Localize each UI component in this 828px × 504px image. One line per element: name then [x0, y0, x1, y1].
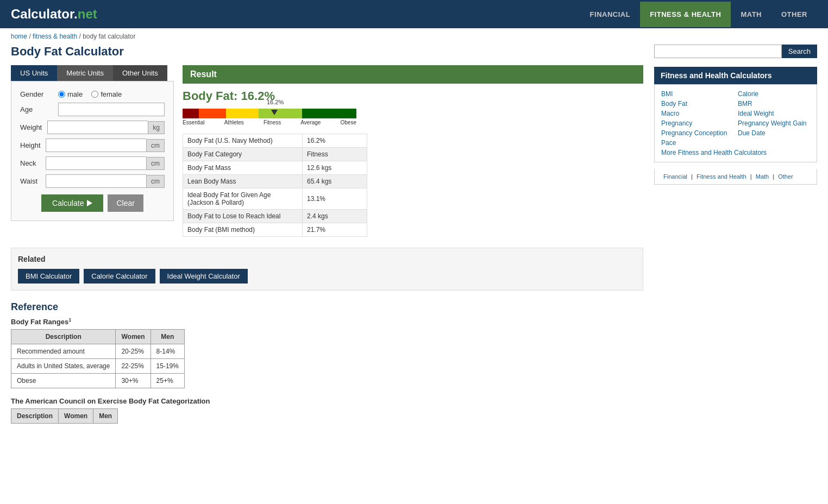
sidebar-link-due-date[interactable]: Due Date: [738, 129, 810, 137]
neck-input[interactable]: 38: [46, 156, 146, 170]
result-header: Result: [183, 65, 643, 84]
search-box: Search: [654, 45, 817, 58]
neck-input-group: 38 cm: [46, 156, 165, 170]
sidebar-footer-other[interactable]: Other: [778, 173, 793, 180]
weight-label: Weight: [20, 123, 47, 131]
gender-female-option[interactable]: female: [91, 90, 122, 98]
related-calorie[interactable]: Calorie Calculator: [84, 269, 155, 284]
result-row-value: 65.4 kgs: [303, 175, 367, 188]
sidebar-link-pace[interactable]: Pace: [661, 139, 733, 147]
tab-us-units[interactable]: US Units: [11, 65, 57, 81]
result-row-label: Body Fat Mass: [183, 161, 303, 175]
result-row-value: 16.2%: [303, 134, 367, 148]
result-table-row: Body Fat to Lose to Reach Ideal2.4 kgs: [183, 210, 367, 223]
breadcrumb-current: body fat calculator: [83, 33, 135, 40]
weight-input-group: 78 kg: [47, 121, 165, 134]
result-row-value: 13.1%: [303, 188, 367, 210]
result-row-value: 2.4 kgs: [303, 210, 367, 223]
sidebar-link-preg-conception[interactable]: Pregnancy Conception: [661, 129, 733, 137]
calculate-button[interactable]: Calculate: [41, 194, 103, 212]
age-row: Age 32: [20, 103, 165, 116]
sidebar-section-title: Fitness and Health Calculators: [654, 67, 817, 84]
calc-actions: Calculate Clear: [20, 194, 165, 212]
ref-row-women: 22-25%: [116, 359, 150, 374]
result-table-row: Body Fat Mass12.6 kgs: [183, 161, 367, 175]
ref-subtitle2: The American Council on Exercise Body Fa…: [11, 397, 643, 405]
calc-box: Gender male female: [11, 81, 174, 221]
result-row-value: 12.6 kgs: [303, 161, 367, 175]
logo-text[interactable]: Calculator: [11, 7, 74, 21]
clear-button[interactable]: Clear: [108, 194, 143, 212]
sidebar-link-bmr[interactable]: BMR: [738, 100, 810, 108]
sidebar-footer-financial[interactable]: Financial: [663, 173, 687, 180]
related-bmi[interactable]: BMI Calculator: [18, 269, 79, 284]
search-input[interactable]: [654, 45, 782, 58]
sidebar-link-macro[interactable]: Macro: [661, 110, 733, 117]
result-table-row: Body Fat (BMI method)21.7%: [183, 223, 367, 237]
weight-input[interactable]: 78: [47, 121, 148, 134]
gender-male-radio[interactable]: [58, 91, 65, 98]
nav-math[interactable]: MATH: [731, 2, 771, 27]
result-row-value: 21.7%: [303, 223, 367, 237]
gender-female-radio[interactable]: [91, 91, 98, 98]
sidebar-links: BMI Calorie Body Fat BMR Macro Ideal Wei…: [654, 84, 817, 162]
search-button[interactable]: Search: [782, 45, 817, 58]
gender-row: Gender male female: [20, 90, 165, 98]
result-row-label: Lean Body Mass: [183, 175, 303, 188]
top-section: US Units Metric Units Other Units Gender…: [11, 65, 643, 237]
gauge-labels: Essential Athletes Fitness Average Obese: [183, 119, 356, 125]
sidebar-footer-fitness[interactable]: Fitness and Health: [697, 173, 747, 180]
breadcrumb-home[interactable]: home: [11, 33, 27, 40]
nav-financial[interactable]: FINANCIAL: [580, 2, 641, 27]
related-title: Related: [18, 255, 636, 263]
neck-label: Neck: [20, 159, 46, 167]
result-row-label: Body Fat (BMI method): [183, 223, 303, 237]
nav-other[interactable]: OTHER: [771, 2, 817, 27]
ref-table2-col3: Men: [93, 409, 118, 424]
gauge-label-essential: Essential: [183, 119, 205, 125]
neck-unit: cm: [146, 157, 165, 170]
calculate-icon: [87, 200, 92, 206]
waist-label: Waist: [20, 177, 46, 185]
result-row-label: Body Fat to Lose to Reach Ideal: [183, 210, 303, 223]
sidebar-link-bmi[interactable]: BMI: [661, 90, 733, 98]
height-unit: cm: [146, 139, 165, 152]
logo: Calculator.net: [11, 7, 97, 22]
gauge-label-average: Average: [300, 119, 321, 125]
gauge-arrow: [271, 110, 278, 115]
ref-subtitle1: Body Fat Ranges1: [11, 317, 643, 326]
ref-row-desc: Obese: [11, 374, 116, 388]
age-input[interactable]: 32: [58, 103, 165, 116]
waist-input[interactable]: 84: [46, 174, 146, 188]
height-input[interactable]: 175: [46, 138, 146, 152]
sidebar-link-pregnancy[interactable]: Pregnancy: [661, 119, 733, 127]
result-table-row: Body Fat (U.S. Navy Method)16.2%: [183, 134, 367, 148]
ref-row-desc: Adults in United States, average: [11, 359, 116, 374]
sidebar-footer: Financial | Fitness and Health | Math | …: [654, 169, 817, 185]
sidebar-link-preg-weight[interactable]: Pregnancy Weight Gain: [738, 119, 810, 127]
sidebar-footer-math[interactable]: Math: [756, 173, 769, 180]
tab-metric-units[interactable]: Metric Units: [57, 65, 113, 81]
nav-fitness-health[interactable]: FITNESS & HEALTH: [640, 2, 731, 27]
breadcrumb-fitness[interactable]: fitness & health: [33, 33, 77, 40]
sidebar-link-more[interactable]: More Fitness and Health Calculators: [661, 149, 810, 156]
gender-options: male female: [58, 90, 122, 98]
sidebar-link-calorie[interactable]: Calorie: [738, 90, 810, 98]
result-table-row: Lean Body Mass65.4 kgs: [183, 175, 367, 188]
reference-section: Reference Body Fat Ranges1 Description W…: [11, 301, 643, 424]
gauge-average: [259, 109, 302, 118]
gauge-indicator-text: 16.2%: [267, 99, 284, 105]
waist-unit: cm: [146, 175, 165, 188]
ref-table2-col2: Women: [59, 409, 93, 424]
navigation: Calculator.net FINANCIAL FITNESS & HEALT…: [0, 0, 828, 28]
related-ideal-weight[interactable]: Ideal Weight Calculator: [160, 269, 248, 284]
breadcrumb: home / fitness & health / body fat calcu…: [0, 28, 828, 45]
sidebar-link-ideal-weight[interactable]: Ideal Weight: [738, 110, 810, 117]
tab-other-units[interactable]: Other Units: [113, 65, 167, 81]
sidebar-link-bodyfat[interactable]: Body Fat: [661, 100, 733, 108]
result-table-row: Ideal Body Fat for Given Age (Jackson & …: [183, 188, 367, 210]
gauge-athletes: [199, 109, 226, 118]
gender-male-option[interactable]: male: [58, 90, 83, 98]
result-row-value: Fitness: [303, 148, 367, 161]
ref-table-row: Obese30+%25+%: [11, 374, 185, 388]
